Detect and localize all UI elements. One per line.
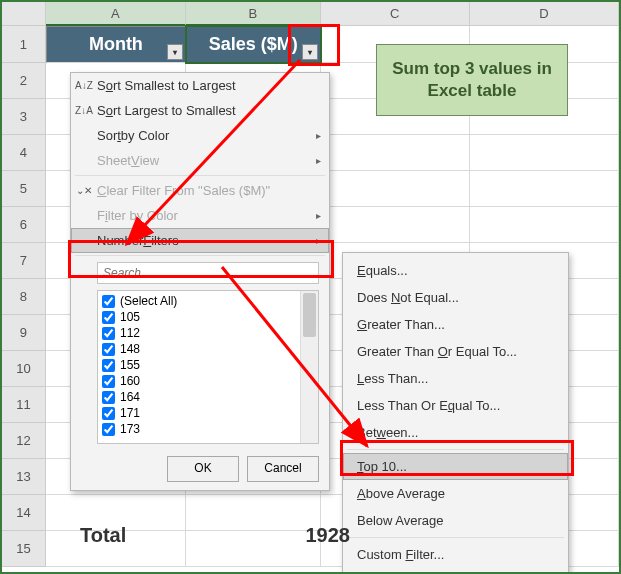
not-equal-item[interactable]: Does Not Equal... <box>343 284 568 311</box>
row-header-10[interactable]: 10 <box>2 351 46 387</box>
above-average-item[interactable]: Above Average <box>343 480 568 507</box>
row-header-4[interactable]: 4 <box>2 135 46 171</box>
cancel-button[interactable]: Cancel <box>247 456 319 482</box>
row-header-12[interactable]: 12 <box>2 423 46 459</box>
row-header-14[interactable]: 14 <box>2 495 46 531</box>
filter-search-input[interactable] <box>97 262 319 284</box>
chevron-right-icon: ▸ <box>316 210 321 221</box>
sheet-view-item: Sheet View▸ <box>71 148 329 173</box>
row-header-6[interactable]: 6 <box>2 207 46 243</box>
sort-asc-icon: A↓Z <box>75 77 93 93</box>
clear-filter-icon: ⌄✕ <box>75 182 93 198</box>
equals-item[interactable]: Equals... <box>343 257 568 284</box>
greater-than-item[interactable]: Greater Than... <box>343 311 568 338</box>
sort-by-color-item[interactable]: Sort by Color▸ <box>71 123 329 148</box>
between-item[interactable]: Between... <box>343 419 568 446</box>
clear-filter-item: ⌄✕Clear Filter From "Sales ($M)" <box>71 178 329 203</box>
row-header-2[interactable]: 2 <box>2 63 46 99</box>
check-select-all[interactable]: (Select All) <box>102 293 314 309</box>
chevron-right-icon: ▸ <box>316 130 321 141</box>
check-item[interactable]: 148 <box>102 341 314 357</box>
filter-context-menu: A↓ZSort Smallest to Largest Z↓ASort Larg… <box>70 72 330 491</box>
chevron-right-icon: ▸ <box>316 235 321 246</box>
check-item[interactable]: 160 <box>102 373 314 389</box>
row-header-7[interactable]: 7 <box>2 243 46 279</box>
ok-button[interactable]: OK <box>167 456 239 482</box>
row-header-11[interactable]: 11 <box>2 387 46 423</box>
row-header-3[interactable]: 3 <box>2 99 46 135</box>
check-item[interactable]: 112 <box>102 325 314 341</box>
check-item[interactable]: 171 <box>102 405 314 421</box>
totals-value: 1928 <box>306 524 351 547</box>
totals-label: Total <box>80 524 126 547</box>
table-header-sales[interactable]: Sales ($M)▾ <box>186 26 321 63</box>
col-header-A[interactable]: A <box>46 2 186 26</box>
table-header-month-label: Month <box>89 34 143 54</box>
col-header-C[interactable]: C <box>321 2 470 26</box>
row-header-5[interactable]: 5 <box>2 171 46 207</box>
check-item[interactable]: 155 <box>102 357 314 373</box>
chevron-right-icon: ▸ <box>316 155 321 166</box>
sort-desc-icon: Z↓A <box>75 102 93 118</box>
filter-dropdown-sales[interactable]: ▾ <box>302 44 318 60</box>
select-all-corner[interactable] <box>2 2 46 26</box>
table-header-month[interactable]: Month▾ <box>46 26 186 63</box>
greater-equal-item[interactable]: Greater Than Or Equal To... <box>343 338 568 365</box>
less-equal-item[interactable]: Less Than Or Equal To... <box>343 392 568 419</box>
row-header-15[interactable]: 15 <box>2 531 46 567</box>
check-item[interactable]: 173 <box>102 421 314 437</box>
row-header-1[interactable]: 1 <box>2 26 46 63</box>
col-header-D[interactable]: D <box>470 2 619 26</box>
col-header-B[interactable]: B <box>186 2 321 26</box>
check-item[interactable]: 105 <box>102 309 314 325</box>
row-header-13[interactable]: 13 <box>2 459 46 495</box>
filter-dropdown-month[interactable]: ▾ <box>167 44 183 60</box>
filter-values-list[interactable]: (Select All) 105 112 148 155 160 164 171… <box>97 290 319 444</box>
sort-desc-item[interactable]: Z↓ASort Largest to Smallest <box>71 98 329 123</box>
sort-asc-item[interactable]: A↓ZSort Smallest to Largest <box>71 73 329 98</box>
annotation-note: Sum top 3 values in Excel table <box>376 44 568 116</box>
row-header-8[interactable]: 8 <box>2 279 46 315</box>
table-header-sales-label: Sales ($M) <box>209 34 298 54</box>
filter-list-scrollbar[interactable] <box>300 291 318 443</box>
totals-row: Total 1928 <box>52 524 378 547</box>
check-item[interactable]: 164 <box>102 389 314 405</box>
less-than-item[interactable]: Less Than... <box>343 365 568 392</box>
filter-search-row <box>71 258 329 288</box>
filter-by-color-item: Filter by Color▸ <box>71 203 329 228</box>
number-filters-item[interactable]: Number Filters▸ <box>71 228 329 253</box>
row-header-9[interactable]: 9 <box>2 315 46 351</box>
top-10-item[interactable]: Top 10... <box>343 453 568 480</box>
